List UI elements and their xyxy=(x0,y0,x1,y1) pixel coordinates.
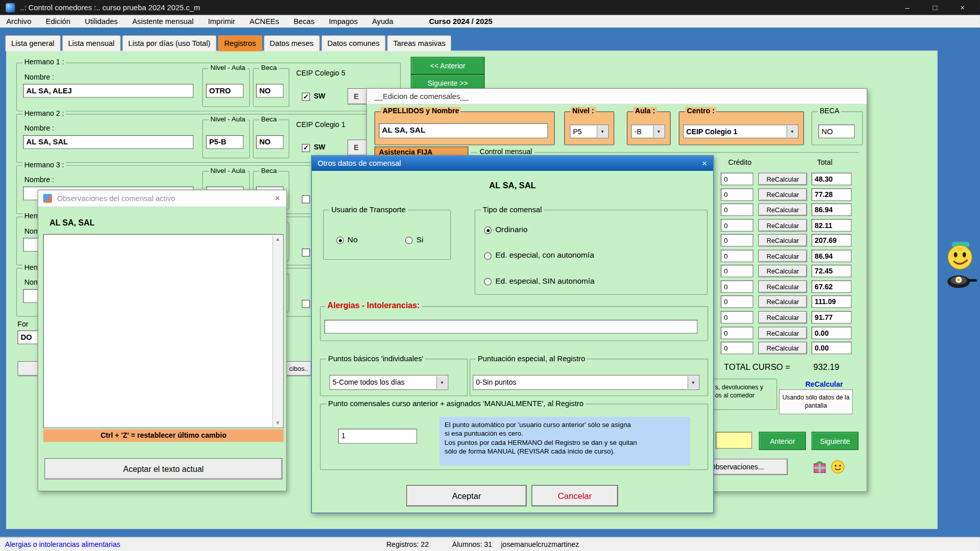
maximize-button[interactable]: □ xyxy=(921,0,949,15)
credito-input[interactable]: 0 xyxy=(721,204,753,216)
menu-utilidades[interactable]: Utilidades xyxy=(85,17,118,26)
menu-becas[interactable]: Becas xyxy=(293,17,314,26)
minimize-button[interactable]: – xyxy=(894,0,921,15)
recibos-button-fragment[interactable]: cibos.. xyxy=(285,361,312,376)
credito-input[interactable]: 0 xyxy=(721,188,753,201)
nivel-dropdown[interactable]: P5 ▼ xyxy=(570,124,608,138)
aula-group: Aula : -B ▼ xyxy=(627,111,671,145)
nombre-input[interactable]: AL SA, ALEJ xyxy=(23,84,193,97)
aula-dropdown[interactable]: -B ▼ xyxy=(631,124,665,138)
close-button[interactable]: × xyxy=(270,191,285,204)
tipo-ed-especial-sin-radio[interactable] xyxy=(484,278,492,286)
menu-archivo[interactable]: Archivo xyxy=(6,17,31,26)
recalcular-button[interactable]: ReCalcular xyxy=(758,234,807,247)
beca-edicion-input[interactable]: NO xyxy=(818,124,854,138)
credito-input[interactable]: 0 xyxy=(721,342,753,355)
nivel-aula-input[interactable]: P5-B xyxy=(206,135,244,149)
chevron-down-icon[interactable]: ▼ xyxy=(653,126,664,137)
credito-input[interactable]: 0 xyxy=(721,219,753,232)
observaciones-dialog-titlebar[interactable]: Observaciones del comensal activo × xyxy=(38,190,286,207)
transporte-si-radio[interactable] xyxy=(405,237,413,244)
chevron-down-icon[interactable]: ▼ xyxy=(436,376,447,389)
chevron-down-icon[interactable]: ▼ xyxy=(787,126,797,137)
centro-dropdown[interactable]: CEIP Colegio 1 ▼ xyxy=(683,124,798,138)
tab-tareas-masivas[interactable]: Tareas masivas xyxy=(387,35,452,52)
chevron-down-icon[interactable]: ▼ xyxy=(597,126,607,137)
punto-curso-input[interactable]: 1 xyxy=(338,429,417,443)
menu-ayuda[interactable]: Ayuda xyxy=(372,17,393,26)
sw-checkbox[interactable] xyxy=(302,195,310,204)
tab-datos-comunes[interactable]: Datos comunes xyxy=(321,35,386,52)
credito-input[interactable]: 0 xyxy=(721,265,753,278)
recalcular-button[interactable]: ReCalcular xyxy=(758,188,807,201)
credito-input[interactable]: 0 xyxy=(721,173,753,186)
comensal-name: AL SA, SAL xyxy=(50,218,94,227)
menu-impagos[interactable]: Impagos xyxy=(329,17,357,26)
menu-imprimir[interactable]: Imprimir xyxy=(208,17,235,26)
scroll-down-icon[interactable]: ▼ xyxy=(273,420,282,425)
sw-checkbox[interactable]: ✓ xyxy=(302,93,310,101)
credito-input[interactable]: 0 xyxy=(721,295,753,308)
menu-acnees[interactable]: ACNEEs xyxy=(250,17,279,26)
status-alergias-link[interactable]: Alergias o intolerancias alimentarias xyxy=(5,541,120,548)
close-button[interactable]: × xyxy=(949,0,976,15)
nivel-aula-input[interactable]: OTRO xyxy=(206,84,244,97)
scrollbar[interactable]: ▲ ▼ xyxy=(273,235,283,427)
puntuacion-dropdown[interactable]: 0-Sin puntos ▼ xyxy=(473,375,699,390)
tab-lista-por-dias[interactable]: Lista por días (uso Total) xyxy=(122,35,216,52)
beca-input[interactable]: NO xyxy=(256,135,284,149)
credito-input[interactable]: 0 xyxy=(721,249,753,262)
tab-registros[interactable]: Registros xyxy=(218,35,262,52)
credito-input[interactable]: 0 xyxy=(721,234,753,247)
close-button[interactable]: × xyxy=(697,157,712,170)
apellidos-input[interactable]: AL SA, SAL xyxy=(379,123,548,138)
beca-input[interactable]: NO xyxy=(256,84,284,97)
recalcular-button[interactable]: ReCalcular xyxy=(758,249,807,262)
alergias-input[interactable] xyxy=(324,320,697,334)
transporte-no-radio[interactable] xyxy=(336,237,344,244)
anterior-button[interactable]: Anterior xyxy=(759,432,806,450)
recalcular-button[interactable]: ReCalcular xyxy=(758,173,807,186)
tipo-ed-especial-con-radio[interactable] xyxy=(484,252,492,260)
chevron-down-icon[interactable]: ▼ xyxy=(688,376,698,389)
scroll-up-icon[interactable]: ▲ xyxy=(273,237,282,242)
recalcular-button[interactable]: ReCalcular xyxy=(758,295,807,308)
credito-input[interactable]: 0 xyxy=(721,327,753,339)
menu-edicion[interactable]: Edición xyxy=(46,17,70,26)
recalcular-button[interactable]: ReCalcular xyxy=(758,204,807,216)
recalcular-button[interactable]: ReCalcular xyxy=(758,311,807,324)
credito-input[interactable]: 0 xyxy=(721,281,753,293)
undo-hint: Ctrl + 'Z' = restablecer último cambio xyxy=(43,430,284,442)
edicion-dialog-titlebar[interactable]: __Edicion de comensales__ xyxy=(367,89,867,105)
sw-checkbox[interactable]: ✓ xyxy=(302,144,310,152)
tab-lista-general[interactable]: Lista general xyxy=(5,35,61,52)
anterior-record-button[interactable]: << Anterior xyxy=(411,57,485,74)
tab-lista-mensual[interactable]: Lista mensual xyxy=(62,35,120,52)
month-row: 0 ReCalcular 207.69 xyxy=(721,234,852,247)
credito-input[interactable]: 0 xyxy=(721,311,753,324)
month-row: 0 ReCalcular 0.00 xyxy=(721,342,852,355)
tipo-ordinario-radio[interactable] xyxy=(484,227,492,234)
cancelar-button[interactable]: Cancelar xyxy=(532,485,618,507)
recalcular-button[interactable]: ReCalcular xyxy=(758,342,807,355)
nombre-input[interactable]: AL SA, SAL xyxy=(23,135,193,149)
hermano-group-label: Hermano 2 : xyxy=(22,110,66,117)
otros-dialog-titlebar[interactable]: Otros datos de comensal × xyxy=(312,156,713,170)
recalcular-button[interactable]: ReCalcular xyxy=(758,281,807,293)
yellow-input[interactable] xyxy=(716,432,752,448)
menu-asistente-mensual[interactable]: Asistente mensual xyxy=(132,17,193,26)
aceptar-texto-button[interactable]: Aceptar el texto actual xyxy=(44,458,282,480)
sw-checkbox[interactable] xyxy=(302,248,310,257)
siguiente-button[interactable]: Siguiente xyxy=(812,432,859,450)
recalcular-button[interactable]: ReCalcular xyxy=(758,327,807,339)
recalcular-button[interactable]: ReCalcular xyxy=(758,265,807,278)
recalcular-button[interactable]: ReCalcular xyxy=(758,219,807,232)
tipo-comensal-group: Tipo de comensal Ordinario Ed. especial,… xyxy=(475,210,707,295)
sw-checkbox[interactable] xyxy=(302,300,310,308)
puntos-basicos-dropdown[interactable]: 5-Come todos los días ▼ xyxy=(329,375,448,390)
nivel-aula-group: Nivel - Aula P5-B xyxy=(202,119,250,158)
observaciones-textarea[interactable]: ▲ ▼ xyxy=(43,234,284,428)
tab-datos-meses[interactable]: Datos meses xyxy=(263,35,320,52)
recalcular-note[interactable]: Usando sólo datos de la pantalla xyxy=(779,389,853,414)
aceptar-button[interactable]: Aceptar xyxy=(406,485,527,507)
